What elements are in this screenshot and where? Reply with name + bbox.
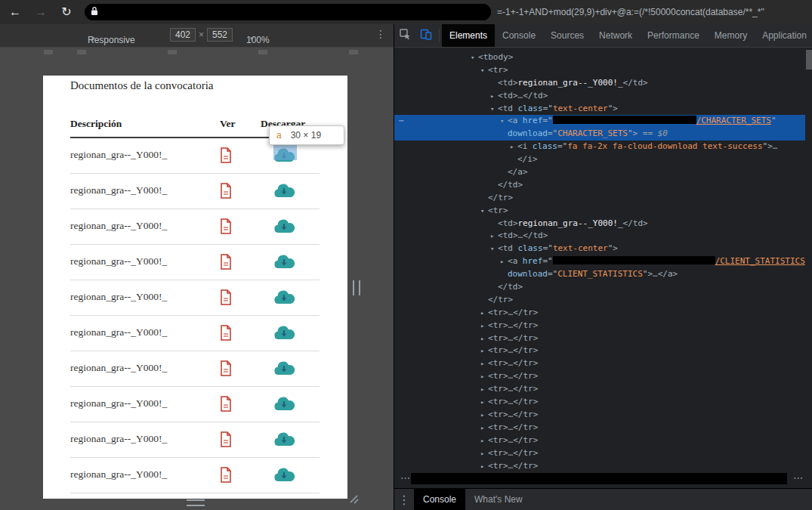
expand-arrow-closed-icon[interactable]: ▸ [490,90,498,103]
expand-arrow-closed-icon[interactable]: ▸ [480,307,488,320]
breadcrumb-more-right[interactable]: ⋯ [793,472,803,484]
expand-arrow-closed-icon[interactable]: ▸ [480,320,488,332]
tree-line[interactable]: ▸<td>…</td> [394,230,805,243]
device-toolbar-more-button[interactable]: ⋮ [375,28,386,40]
expand-arrow-closed-icon[interactable]: ▸ [500,255,508,268]
drawer-tab-whats-new[interactable]: What's New [465,489,532,510]
pdf-file-icon[interactable] [220,467,232,486]
pdf-file-icon[interactable] [220,431,232,450]
tree-line[interactable]: </i> [394,153,805,166]
reload-button[interactable]: ↻ [57,3,76,21]
viewport-resize-handle-bottom[interactable] [187,499,205,506]
tree-line[interactable]: </td> [394,179,805,192]
expand-arrow-closed-icon[interactable]: ▸ [480,345,488,357]
expand-arrow-open-icon[interactable]: ▾ [480,64,488,77]
tree-line[interactable]: download="CLIENT_STATISTICS">…</a> [394,268,805,281]
viewport-resize-handle-right[interactable] [353,280,360,295]
pdf-file-icon[interactable] [220,147,232,166]
expand-arrow-closed-icon[interactable]: ▸ [480,383,488,396]
expand-arrow-closed-icon[interactable]: ▸ [480,434,488,447]
expand-arrow-closed-icon[interactable]: ▸ [490,230,498,243]
tree-line-more-icon[interactable]: ⋯ [399,115,405,128]
tree-line[interactable]: ▸<tr>…</tr> [394,307,805,320]
breadcrumb-more-left[interactable]: ⋯ [400,472,410,484]
download-button[interactable] [273,397,295,415]
tab-performance[interactable]: Performance [640,24,707,47]
download-button[interactable] [273,326,295,344]
expand-arrow-closed-icon[interactable]: ▸ [480,370,488,383]
tree-line[interactable]: ▸<td>…</td> [394,90,805,103]
height-input[interactable] [207,28,233,42]
width-input[interactable] [170,28,196,42]
devtools-scrollbar-thumb[interactable] [806,50,812,70]
download-button[interactable] [273,361,295,379]
tab-elements[interactable]: Elements [442,24,495,47]
tree-line[interactable]: ▸<tr>…</tr> [394,409,805,422]
tree-line[interactable]: </td> [394,281,805,294]
tree-line[interactable]: ▸<tr>…</tr> [394,370,805,383]
tab-memory[interactable]: Memory [707,24,755,47]
tree-line[interactable]: ▸<i class="fa fa-2x fa-cloud-download te… [394,141,805,153]
tree-line[interactable]: ▾<tr> [394,205,805,218]
pdf-file-icon[interactable] [220,218,232,237]
tree-line[interactable]: ▸<tr>…</tr> [394,396,805,409]
tree-line[interactable]: ▸<a href="/CLIENT_STATISTICS" [394,255,805,268]
pdf-file-icon[interactable] [220,396,232,415]
tree-line[interactable]: ▸<tr>…</tr> [394,357,805,370]
tree-line[interactable]: ▸<tr>…</tr> [394,320,805,332]
tab-network[interactable]: Network [591,24,640,47]
tree-line[interactable]: </a> [394,166,805,179]
tree-line[interactable]: ▸<tr>…</tr> [394,447,805,460]
tree-line[interactable]: <td>regionan_gra--_Y000!_</td> [394,218,805,230]
tab-console[interactable]: Console [495,24,543,47]
expand-arrow-open-icon[interactable]: ▾ [490,243,498,255]
download-button[interactable] [273,219,295,237]
tab-sources[interactable]: Sources [543,24,591,47]
tree-line[interactable]: ⋯▾<a href="/CHARACTER_SETS" [394,115,805,128]
tree-line[interactable]: ▸<tr>…</tr> [394,422,805,434]
pdf-file-icon[interactable] [220,289,232,308]
drawer-more-button[interactable]: ⋮ [394,489,414,510]
expand-arrow-open-icon[interactable]: ▾ [471,51,478,64]
pdf-file-icon[interactable] [220,183,232,202]
expand-arrow-open-icon[interactable]: ▾ [490,103,498,116]
tree-line[interactable]: </tr> [394,294,805,307]
expand-arrow-closed-icon[interactable]: ▸ [480,409,488,422]
back-button[interactable]: ← [6,3,24,21]
ruler-tick [168,50,177,54]
tree-line[interactable]: ▸<tr>…</tr> [394,332,805,345]
tab-application[interactable]: Application [755,24,812,47]
expand-arrow-closed-icon[interactable]: ▸ [480,332,488,345]
drawer-tab-console[interactable]: Console [414,489,465,510]
viewport-resize-handle-corner[interactable] [348,493,359,507]
forward-button[interactable]: → [32,3,50,21]
expand-arrow-closed-icon[interactable]: ▸ [480,447,488,460]
expand-arrow-closed-icon[interactable]: ▸ [480,357,488,370]
expand-arrow-closed-icon[interactable]: ▸ [480,422,488,434]
download-button[interactable] [273,468,295,486]
tree-line[interactable]: ▾<td class="text-center"> [394,243,805,255]
download-button[interactable] [273,290,295,308]
pdf-file-icon[interactable] [220,325,232,344]
expand-arrow-open-icon[interactable]: ▾ [480,205,488,218]
pdf-file-icon[interactable] [220,360,232,379]
expand-arrow-closed-icon[interactable]: ▸ [510,141,517,153]
tree-line[interactable]: download="CHARACTER_SETS"> == $0 [394,128,805,141]
tree-line[interactable]: ▸<tr>…</tr> [394,345,805,357]
address-bar[interactable] [85,4,491,20]
expand-arrow-closed-icon[interactable]: ▸ [480,396,488,409]
tree-line[interactable]: ▸<tr>…</tr> [394,383,805,396]
tree-line[interactable]: ▾<td class="text-center"> [394,103,805,116]
download-button[interactable] [273,255,295,273]
expand-arrow-open-icon[interactable]: ▾ [500,115,508,128]
download-button[interactable] [273,432,295,450]
tree-line[interactable]: ▾<tr> [394,64,805,77]
tree-line[interactable]: ▸<tr>…</tr> [394,434,805,447]
tree-line[interactable]: ▾<tbody> [394,51,805,64]
download-button[interactable] [273,184,295,202]
pdf-file-icon[interactable] [220,254,232,273]
tree-line[interactable]: </tr> [394,192,805,205]
inspect-element-button[interactable] [394,24,415,47]
device-toolbar-toggle-button[interactable] [415,24,437,47]
tree-line[interactable]: <td>regionan_gra--_Y000!_</td> [394,77,805,90]
